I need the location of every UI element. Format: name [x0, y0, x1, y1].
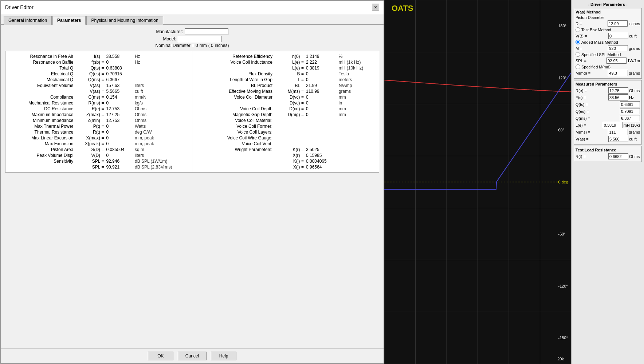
left-param-row: Peak Volume Displ V(D) = 0 liters: [8, 153, 189, 158]
dp-spl-unit: 1W/1m: [627, 59, 640, 63]
left-param-label: Maximum Impedance: [8, 112, 74, 118]
left-param-row: Total Q Q(ts) = 0.63808: [8, 65, 189, 71]
dp-mmd-input[interactable]: [608, 70, 628, 76]
dp-qms-input[interactable]: [620, 115, 640, 121]
dp-le-input[interactable]: [603, 122, 623, 128]
right-param-value: 21.99: [305, 83, 338, 88]
right-param-row: Voice Coil Layers:: [195, 129, 376, 135]
left-param-unit: deg C/W: [134, 129, 189, 135]
left-param-label: Peak Volume Displ: [8, 153, 74, 158]
right-param-row: Length of Wire in Gap L = 0 meters: [195, 77, 376, 83]
dp-vb-row: V(B) = cu ft: [576, 33, 640, 39]
left-param-unit: dB SPL (1W/1m): [134, 158, 189, 164]
close-button[interactable]: ✕: [372, 4, 379, 11]
dp-vas-label: V(as) =: [576, 137, 608, 141]
right-param-row: Voice Coil Former:: [195, 123, 376, 129]
left-param-row: V(as) = 5.5665 cu ft: [8, 88, 189, 94]
dp-mms-input[interactable]: [608, 129, 628, 135]
left-param-key: S(D) =: [74, 147, 105, 153]
right-param-row: Voice Coil Depth D(cd) = 0 mm: [195, 106, 376, 112]
chart-canvas: [384, 0, 571, 364]
dp-vas-method-label: V(as) Method: [576, 10, 640, 14]
dp-measured-params-group: Measured Parameters R(e) = Ohms F(s) = H…: [574, 80, 642, 145]
dp-vb-input[interactable]: [608, 33, 628, 39]
tab-physical-mounting[interactable]: Physical and Mounting Information: [86, 16, 163, 25]
dp-mmd-radio[interactable]: [576, 64, 580, 69]
left-param-unit: mm/N: [134, 94, 189, 100]
right-param-key: [274, 118, 305, 123]
ok-button[interactable]: OK: [148, 352, 173, 360]
right-param-value: 0: [305, 71, 338, 77]
tab-bar: General Information Parameters Physical …: [1, 14, 384, 25]
right-param-unit: [338, 153, 376, 158]
dp-test-box-radio[interactable]: [576, 27, 580, 32]
tab-general-information[interactable]: General Information: [4, 16, 52, 25]
left-param-label: Resonance in Free Air: [8, 54, 74, 59]
right-param-row: Voice Coil Inductance L(e) = 2.222 mH (1…: [195, 59, 376, 65]
right-param-label: Voice Coil Former:: [195, 123, 274, 129]
left-param-value: 127.25: [105, 112, 134, 118]
right-param-key: n(0) =: [274, 54, 305, 59]
right-param-row: Reference Efficiency n(0) = 1.2149 %: [195, 54, 376, 59]
driver-editor-dialog: Driver Editor ✕ General Information Para…: [0, 0, 384, 364]
right-param-value: 0: [305, 94, 338, 100]
dp-le-unit: mH (10k): [624, 123, 640, 127]
dp-fs-input[interactable]: [608, 94, 628, 100]
right-param-row: Voice Coil Vent:: [195, 141, 376, 147]
dp-vas-row: V(as) = cu ft: [576, 136, 640, 142]
params-area: Resonance in Free Air f(s) = 38.558 Hz R…: [5, 51, 379, 173]
left-param-value: 0: [105, 100, 134, 106]
right-param-label: Voice Coil Vent:: [195, 141, 274, 147]
dp-mmd-label: M(md) =: [576, 71, 607, 75]
dp-m-unit: grams: [629, 46, 640, 51]
cancel-button[interactable]: Cancel: [178, 352, 207, 360]
left-param-row: Resonance in Free Air f(s) = 38.558 Hz: [8, 54, 189, 59]
dp-qms-row: Q(ms) =: [576, 115, 640, 121]
left-param-label: Piston Area: [8, 147, 74, 153]
dp-qes-input[interactable]: [620, 108, 640, 114]
dp-added-mass-radio[interactable]: [576, 40, 580, 44]
manufacturer-input[interactable]: [185, 28, 228, 35]
right-param-row: X(i) = 0.96564: [195, 164, 376, 170]
right-param-key: K(i) =: [274, 158, 305, 164]
dp-re-input[interactable]: [608, 87, 628, 94]
model-input[interactable]: [178, 36, 221, 42]
right-param-value: 0.15985: [305, 153, 338, 158]
right-param-label: [195, 158, 274, 164]
right-param-unit: [338, 129, 376, 135]
dp-d-unit: inches: [628, 21, 640, 26]
right-param-unit: meters: [338, 77, 376, 83]
left-param-key: SPL =: [74, 164, 105, 170]
tab-parameters[interactable]: Parameters: [52, 16, 86, 25]
dp-spl-radio-row: Specified SPL Method: [576, 52, 640, 57]
right-param-unit: mm: [338, 106, 376, 112]
dp-d-input[interactable]: [608, 20, 628, 27]
dp-spl-input[interactable]: [606, 58, 627, 64]
left-param-key: V(as) =: [74, 83, 105, 88]
left-param-row: Sensitivity SPL = 92.946 dB SPL (1W/1m): [8, 158, 189, 164]
dp-spl-radio[interactable]: [576, 52, 580, 57]
nominal-diameter-paren: ( 0: [208, 43, 213, 48]
dp-le-label: L(e) =: [576, 123, 602, 127]
dp-qts-label: Q(ts) =: [576, 102, 619, 107]
model-label: Model:: [163, 36, 176, 41]
dp-vas-input[interactable]: [608, 136, 628, 142]
right-param-label: Voice Coil Wire Gauge:: [195, 135, 274, 141]
left-param-row: Resonance on Baffle f(sb) = 0 Hz: [8, 59, 189, 65]
right-param-row: Effective Moving Mass M(ms) = 110.99 gra…: [195, 88, 376, 94]
left-param-key: C(ms) =: [74, 94, 105, 100]
dp-m-input[interactable]: [608, 45, 628, 51]
help-button[interactable]: Help: [211, 352, 236, 360]
dp-d-label: D =: [576, 21, 607, 26]
right-param-key: K(r) =: [274, 147, 305, 153]
dp-fs-row: F(s) = Hz: [576, 94, 640, 100]
dp-rt-input[interactable]: [608, 153, 628, 159]
right-param-row: K(i) = 0.0004065: [195, 158, 376, 164]
dp-qts-input[interactable]: [620, 101, 640, 107]
right-param-row: Voice Coil Wire Gauge:: [195, 135, 376, 141]
left-param-key: Q(ms) =: [74, 77, 105, 83]
right-param-key: D(mg) =: [274, 112, 305, 118]
left-param-row: Equivalent Volume V(as) = 157.63 liters: [8, 83, 189, 88]
right-param-key: D(vc) =: [274, 94, 305, 100]
left-param-key: V(as) =: [74, 88, 105, 94]
